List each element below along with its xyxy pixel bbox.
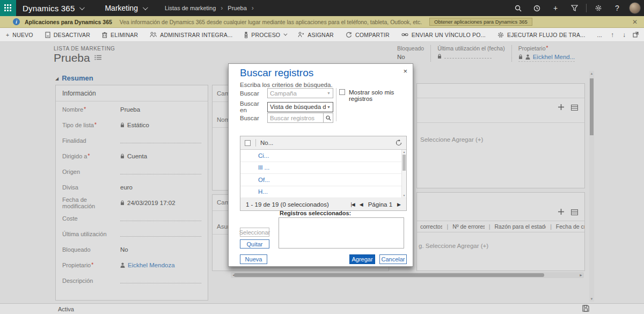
get-apps-button[interactable]: Obtener aplicaciones para Dynamics 365 <box>429 18 532 26</box>
remove-button[interactable]: Quitar <box>240 239 269 249</box>
chevron-down-icon: ▼ <box>327 91 331 95</box>
form-status-bar: Activa <box>0 303 644 314</box>
next-record-arrow-icon[interactable]: ↓ <box>620 30 628 40</box>
new-button[interactable]: Nueva <box>240 254 267 264</box>
scroll-up-arrow-icon[interactable]: ▲ <box>589 72 594 75</box>
area-switcher[interactable]: Marketing <box>105 4 137 12</box>
cancel-button[interactable]: Cancelar <box>379 254 407 264</box>
notification-title: Aplicaciones para Dynamics 365 <box>25 19 112 25</box>
deactivate-icon <box>45 32 50 38</box>
next-page-icon[interactable]: ▶ <box>397 202 401 207</box>
deactivate-button[interactable]: DESACTIVAR <box>39 28 96 41</box>
help-icon[interactable]: ? <box>610 1 624 15</box>
page-indicator: Página 1 <box>368 201 392 208</box>
vertical-scrollbar-thumb[interactable] <box>590 78 594 135</box>
select-all-checkbox[interactable] <box>245 140 251 146</box>
app-launcher-button[interactable] <box>0 0 16 16</box>
currency-link: euro <box>120 184 133 191</box>
settings-gear-icon[interactable] <box>591 1 605 15</box>
lock-icon <box>120 200 125 206</box>
vertical-scrollbar[interactable]: ▲ ▼ <box>589 71 594 302</box>
add-grid-icon <box>558 103 565 113</box>
horizontal-scrollbar[interactable]: ◄ ► <box>231 272 584 278</box>
empty-value-dashes <box>120 143 201 143</box>
email-link-button[interactable]: ENVIAR UN VÍNCULO PO... <box>396 28 492 41</box>
close-icon[interactable]: × <box>403 67 407 75</box>
grid-row[interactable]: Of... <box>240 174 406 186</box>
search-icon[interactable] <box>511 1 525 15</box>
empty-value-dashes <box>120 221 201 221</box>
popout-icon[interactable] <box>632 30 640 40</box>
empty-value-dashes <box>120 236 201 237</box>
owner-link[interactable]: Eickhel Mend... <box>533 54 575 60</box>
previous-page-icon[interactable]: ◀ <box>360 202 363 207</box>
search-input[interactable] <box>268 113 323 122</box>
summary-section-header[interactable]: ◢ Resumen <box>55 74 93 82</box>
lock-icon <box>120 122 125 128</box>
plus-icon: + <box>6 32 9 38</box>
waffle-icon <box>4 4 12 12</box>
scroll-up-arrow-icon[interactable]: ▲ <box>402 150 406 154</box>
empty-value-dashes <box>120 283 201 283</box>
filter-icon[interactable] <box>567 1 581 15</box>
topnav-actions: + ? <box>511 1 644 15</box>
search-magnifier-icon[interactable] <box>323 113 333 122</box>
field-finalidad: Finalidad <box>56 133 208 148</box>
grid-scrollbar[interactable]: ▲ ▼ <box>401 150 406 198</box>
name-column-header[interactable]: No... <box>260 140 273 146</box>
grid-row[interactable]: Ci... <box>240 150 406 162</box>
app-title[interactable]: Dynamics 365 <box>23 4 75 13</box>
list-icon <box>94 53 102 63</box>
lock-icon <box>437 54 442 59</box>
info-icon: i <box>13 18 20 25</box>
recent-history-icon[interactable] <box>530 1 544 15</box>
field-fecha-modificacion: Fecha de modificación 24/03/2019 17:02 <box>56 195 208 210</box>
breadcrumb-listas[interactable]: Listas de marketing <box>165 5 216 11</box>
scroll-down-arrow-icon[interactable]: ▼ <box>589 297 594 301</box>
new-button[interactable]: + NUEVO <box>0 28 39 41</box>
command-bar: + NUEVO DESACTIVAR ELIMINAR ADMINISTRAR … <box>0 28 644 42</box>
view-select[interactable]: Vista de búsqueda de camp ▼ <box>267 102 333 112</box>
breadcrumb-prueba[interactable]: Prueba <box>228 5 246 11</box>
my-records-checkbox[interactable] <box>339 89 345 95</box>
run-workflow-button[interactable]: EJECUTAR FLUJO DE TRA... <box>492 28 591 41</box>
lock-icon <box>518 54 523 60</box>
workflow-gear-icon <box>497 32 504 38</box>
more-commands-button[interactable]: ... <box>591 28 608 41</box>
assign-button[interactable]: ASIGNAR <box>292 28 340 41</box>
manage-members-button[interactable]: ADMINISTRAR INTEGRA... <box>144 28 238 41</box>
grid-row[interactable]: H... <box>240 186 406 199</box>
delete-button[interactable]: ELIMINAR <box>96 28 144 41</box>
selected-records-box <box>279 217 404 249</box>
process-button[interactable]: PROCESO <box>238 28 292 41</box>
horizontal-scrollbar-thumb[interactable] <box>234 273 544 277</box>
field-ultima-utilizacion: Última utilización <box>56 226 208 242</box>
scroll-down-arrow-icon[interactable]: ▼ <box>402 194 406 197</box>
entity-label: LISTA DE MARKETING <box>54 46 115 52</box>
user-avatar[interactable] <box>629 2 641 14</box>
record-status: Activa <box>58 306 74 312</box>
close-icon[interactable]: ✕ <box>632 18 638 26</box>
dialog-subtitle: Escriba los criterios de búsqueda. <box>240 82 333 88</box>
quick-create-plus-icon[interactable]: + <box>548 1 562 15</box>
email-link-icon <box>401 32 408 37</box>
search-label: Buscar <box>240 115 267 121</box>
grid-row[interactable]: Ill ... <box>240 162 406 174</box>
owner-link: Eickhel Mendoza <box>128 262 175 268</box>
save-icon[interactable] <box>582 305 589 313</box>
previous-record-arrow-icon[interactable]: ↑ <box>608 30 617 40</box>
refresh-icon[interactable] <box>396 140 402 146</box>
grid-view-icon <box>571 103 578 113</box>
field-tipo-de-lista: Tipo de lista Estático <box>56 117 208 133</box>
grid-scrollbar-thumb[interactable] <box>402 155 406 171</box>
scroll-right-arrow-icon[interactable]: ► <box>579 272 583 278</box>
add-plus-icon <box>558 208 565 217</box>
share-icon <box>346 32 352 38</box>
grid-pagination: 1 - 19 de 19 (0 seleccionados) |◀ ◀ Pági… <box>240 198 407 211</box>
header-fields: Bloqueado No Última utilización el (fech… <box>391 45 581 62</box>
entity-type-label: Buscar <box>240 90 267 97</box>
first-page-icon[interactable]: |◀ <box>350 202 354 207</box>
share-button[interactable]: COMPARTIR <box>340 28 396 41</box>
lookup-records-dialog: × Buscar registros Escriba los criterios… <box>228 63 413 267</box>
add-button[interactable]: Agregar <box>349 254 375 264</box>
